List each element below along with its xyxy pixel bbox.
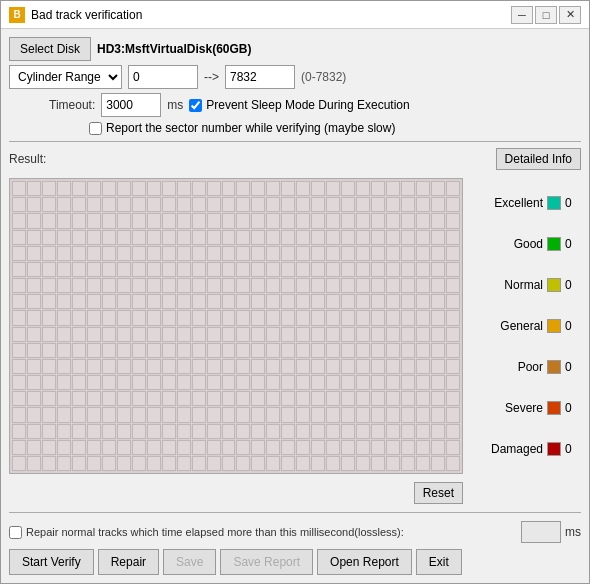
detailed-info-button[interactable]: Detailed Info bbox=[496, 148, 581, 170]
grid-cell bbox=[371, 359, 385, 374]
main-window: B Bad track verification ─ □ ✕ Select Di… bbox=[0, 0, 590, 584]
grid-cell bbox=[266, 375, 280, 390]
select-disk-button[interactable]: Select Disk bbox=[9, 37, 91, 61]
grid-cell bbox=[192, 327, 206, 342]
maximize-button[interactable]: □ bbox=[535, 6, 557, 24]
grid-cell bbox=[192, 391, 206, 406]
grid-cell bbox=[42, 407, 56, 422]
grid-cell bbox=[386, 391, 400, 406]
grid-cell bbox=[192, 213, 206, 228]
report-sector-label: Report the sector number while verifying… bbox=[106, 121, 395, 135]
grid-cell bbox=[251, 246, 265, 261]
range-type-select[interactable]: Cylinder Range bbox=[9, 65, 122, 89]
grid-cell bbox=[72, 294, 86, 309]
grid-cell bbox=[416, 456, 430, 471]
result-area: Excellent 0 Good 0 Normal 0 General 0 Po… bbox=[9, 178, 581, 474]
grid-cell bbox=[222, 262, 236, 277]
grid-cell bbox=[12, 424, 26, 439]
grid-cell bbox=[57, 359, 71, 374]
grid-cell bbox=[281, 391, 295, 406]
grid-cell bbox=[177, 181, 191, 196]
grid-cell bbox=[222, 197, 236, 212]
grid-cell bbox=[102, 327, 116, 342]
report-sector-checkbox[interactable] bbox=[89, 122, 102, 135]
grid-cell bbox=[192, 197, 206, 212]
grid-cell bbox=[87, 197, 101, 212]
divider-1 bbox=[9, 141, 581, 142]
grid-cell bbox=[266, 456, 280, 471]
prevent-sleep-container: Prevent Sleep Mode During Execution bbox=[189, 98, 409, 112]
grid-cell bbox=[87, 359, 101, 374]
grid-cell bbox=[72, 278, 86, 293]
grid-cell bbox=[281, 213, 295, 228]
grid-cell bbox=[416, 230, 430, 245]
open-report-button[interactable]: Open Report bbox=[317, 549, 412, 575]
grid-cell bbox=[296, 181, 310, 196]
grid-cell bbox=[42, 310, 56, 325]
grid-cell bbox=[87, 343, 101, 358]
title-bar-buttons: ─ □ ✕ bbox=[511, 6, 581, 24]
close-button[interactable]: ✕ bbox=[559, 6, 581, 24]
timeout-input[interactable] bbox=[101, 93, 161, 117]
grid-cell bbox=[356, 407, 370, 422]
grid-cell bbox=[102, 424, 116, 439]
grid-cell bbox=[87, 262, 101, 277]
grid-cell bbox=[117, 310, 131, 325]
grid-cell bbox=[87, 327, 101, 342]
grid-cell bbox=[162, 343, 176, 358]
grid-cell bbox=[222, 181, 236, 196]
grid-cell bbox=[147, 440, 161, 455]
grid-cell bbox=[371, 327, 385, 342]
grid-cell bbox=[42, 181, 56, 196]
grid-cell bbox=[102, 343, 116, 358]
repair-ms-input[interactable] bbox=[521, 521, 561, 543]
save-report-button[interactable]: Save Report bbox=[220, 549, 313, 575]
legend-label-general: General bbox=[471, 319, 543, 333]
grid-cell bbox=[207, 197, 221, 212]
reset-button[interactable]: Reset bbox=[414, 482, 463, 504]
grid-cell bbox=[42, 294, 56, 309]
grid-cell bbox=[251, 310, 265, 325]
grid-cell bbox=[207, 278, 221, 293]
grid-cell bbox=[431, 213, 445, 228]
range-from-input[interactable] bbox=[128, 65, 198, 89]
grid-cell bbox=[386, 310, 400, 325]
grid-cell bbox=[57, 230, 71, 245]
grid-cell bbox=[207, 375, 221, 390]
grid-cell bbox=[401, 407, 415, 422]
grid-cell bbox=[207, 294, 221, 309]
grid-cell bbox=[281, 375, 295, 390]
grid-cell bbox=[431, 294, 445, 309]
save-button[interactable]: Save bbox=[163, 549, 216, 575]
grid-cell bbox=[132, 294, 146, 309]
grid-cell bbox=[12, 391, 26, 406]
grid-cell bbox=[431, 262, 445, 277]
grid-cell bbox=[251, 407, 265, 422]
range-to-input[interactable] bbox=[225, 65, 295, 89]
minimize-button[interactable]: ─ bbox=[511, 6, 533, 24]
legend-count-general: 0 bbox=[565, 319, 581, 333]
legend-color-poor bbox=[547, 360, 561, 374]
grid-cell bbox=[117, 246, 131, 261]
grid-cell bbox=[431, 343, 445, 358]
grid-cell bbox=[431, 197, 445, 212]
repair-checkbox[interactable] bbox=[9, 526, 22, 539]
grid-cell bbox=[446, 391, 460, 406]
grid-cell bbox=[356, 391, 370, 406]
prevent-sleep-checkbox[interactable] bbox=[189, 99, 202, 112]
grid-cell bbox=[147, 327, 161, 342]
grid-cell bbox=[132, 246, 146, 261]
grid-cell bbox=[281, 343, 295, 358]
repair-label: Repair normal tracks which time elapsed … bbox=[26, 526, 517, 538]
grid-cell bbox=[236, 213, 250, 228]
grid-cell bbox=[386, 327, 400, 342]
grid-cell bbox=[57, 278, 71, 293]
start-verify-button[interactable]: Start Verify bbox=[9, 549, 94, 575]
legend-color-normal bbox=[547, 278, 561, 292]
grid-cell bbox=[72, 327, 86, 342]
grid-cell bbox=[281, 440, 295, 455]
exit-button[interactable]: Exit bbox=[416, 549, 462, 575]
repair-ms-unit: ms bbox=[565, 525, 581, 539]
grid-cell bbox=[446, 310, 460, 325]
repair-button[interactable]: Repair bbox=[98, 549, 159, 575]
